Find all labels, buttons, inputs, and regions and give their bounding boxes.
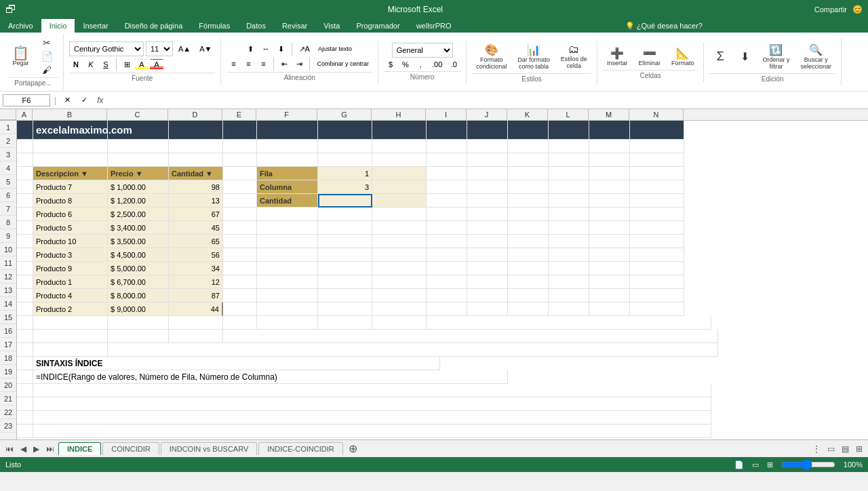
font-family-select[interactable]: Century Gothic (69, 41, 144, 56)
cell-D5[interactable]: 98 (169, 180, 223, 194)
cell-J7[interactable] (467, 208, 508, 221)
cell-A18[interactable] (17, 357, 33, 370)
cell-K10[interactable] (508, 248, 549, 262)
corner-cell[interactable] (0, 109, 16, 120)
cell-M2[interactable] (589, 140, 630, 153)
cell-styles-button[interactable]: 🗂 Estilos de celda (557, 41, 591, 71)
cell-I12[interactable] (427, 275, 467, 289)
cell-C4[interactable]: Precio ▼ (108, 167, 169, 180)
cell-K7[interactable] (508, 208, 549, 221)
cell-D13[interactable]: 87 (169, 289, 223, 302)
cell-L13[interactable] (549, 289, 589, 302)
cell-I9[interactable] (427, 235, 467, 248)
row-5[interactable]: 5 (0, 175, 16, 189)
cell-F1[interactable] (257, 121, 318, 140)
cell-G2[interactable] (318, 140, 372, 153)
cell-E9[interactable] (223, 235, 257, 248)
increase-decimal-button[interactable]: .0 (447, 59, 460, 70)
cell-G9[interactable] (318, 235, 372, 248)
cell-I1[interactable] (427, 121, 467, 140)
cell-C3[interactable] (108, 153, 169, 167)
cell-C13[interactable]: $ 8,000.00 (108, 289, 169, 302)
cell-B13[interactable]: Producto 4 (33, 289, 108, 302)
cell-A5[interactable] (17, 180, 33, 194)
indent-decrease-button[interactable]: ⇤ (277, 57, 291, 71)
row-20[interactable]: 20 (0, 378, 16, 392)
cell-D9[interactable]: 65 (169, 235, 223, 248)
cell-K6[interactable] (508, 194, 549, 208)
cell-M12[interactable] (589, 275, 630, 289)
cell-H4[interactable] (372, 167, 427, 180)
cell-C15[interactable] (108, 316, 169, 330)
col-A[interactable]: A (16, 109, 33, 120)
tab-archivo[interactable]: Archivo (0, 19, 41, 33)
cell-J10[interactable] (467, 248, 508, 262)
cell-H8[interactable] (372, 221, 427, 235)
cell-G1[interactable] (318, 121, 372, 140)
cell-D16[interactable] (169, 330, 223, 343)
cell-rest21[interactable] (33, 397, 711, 411)
row-23[interactable]: 23 (0, 419, 16, 433)
cell-G12[interactable] (318, 275, 372, 289)
cell-G4-fila-val[interactable]: 1 (318, 167, 372, 180)
cell-M3[interactable] (589, 153, 630, 167)
cell-L8[interactable] (549, 221, 589, 235)
decrease-decimal-button[interactable]: .00 (429, 59, 446, 70)
sort-filter-button[interactable]: 🔃 Ordenar y filtrar (758, 41, 793, 72)
cell-H13[interactable] (372, 289, 427, 302)
cell-N14[interactable] (630, 302, 684, 316)
cell-J11[interactable] (467, 262, 508, 275)
cell-I10[interactable] (427, 248, 467, 262)
currency-button[interactable]: $ (384, 59, 397, 70)
cancel-formula-btn[interactable]: ✕ (60, 94, 75, 106)
cell-A7[interactable] (17, 208, 33, 221)
cell-N1[interactable] (630, 121, 684, 140)
indent-increase-button[interactable]: ⇥ (292, 57, 306, 71)
tab-inicio[interactable]: Inicio (41, 19, 75, 33)
confirm-formula-btn[interactable]: ✓ (77, 94, 92, 106)
cell-G7[interactable] (318, 208, 372, 221)
cell-D11[interactable]: 34 (169, 262, 223, 275)
cell-B8[interactable]: Producto 5 (33, 221, 108, 235)
cell-A16[interactable] (17, 330, 33, 343)
layout-page-icon[interactable]: ⊞ (767, 460, 773, 469)
cell-M10[interactable] (589, 248, 630, 262)
cell-E3[interactable] (223, 153, 257, 167)
row-16[interactable]: 16 (0, 324, 16, 338)
formula-input[interactable] (108, 94, 865, 106)
cell-B14[interactable]: Producto 2 (33, 302, 108, 316)
cell-A15[interactable] (17, 316, 33, 330)
sheet-nav-last[interactable]: ⏭ (43, 443, 57, 455)
row-6[interactable]: 6 (0, 189, 16, 202)
cell-E6[interactable] (223, 194, 257, 208)
cell-I13[interactable] (427, 289, 467, 302)
row-22[interactable]: 22 (0, 406, 16, 419)
cell-F7[interactable] (257, 208, 318, 221)
cell-E2[interactable] (223, 140, 257, 153)
sheet-nav-next[interactable]: ▶ (31, 443, 42, 455)
cell-E11[interactable] (223, 262, 257, 275)
cell-A11[interactable] (17, 262, 33, 275)
cell-H15[interactable] (372, 316, 427, 330)
cell-H10[interactable] (372, 248, 427, 262)
cell-A13[interactable] (17, 289, 33, 302)
cell-J5[interactable] (467, 180, 508, 194)
row-19[interactable]: 19 (0, 365, 16, 378)
cell-L1[interactable] (549, 121, 589, 140)
cell-E8[interactable] (223, 221, 257, 235)
decrease-font-btn[interactable]: A▼ (196, 43, 215, 54)
cell-F12[interactable] (257, 275, 318, 289)
row-15[interactable]: 15 (0, 311, 16, 324)
row-7[interactable]: 7 (0, 202, 16, 216)
cell-A22[interactable] (17, 411, 33, 425)
font-color-button[interactable]: A (150, 59, 163, 70)
cell-F3[interactable] (257, 153, 318, 167)
cell-H3[interactable] (372, 153, 427, 167)
cell-L10[interactable] (549, 248, 589, 262)
cell-K14[interactable] (508, 302, 549, 316)
cell-H7[interactable] (372, 208, 427, 221)
cell-B18-syntax-title[interactable]: SINTAXIS ÍNDICE (33, 357, 440, 370)
cell-J13[interactable] (467, 289, 508, 302)
cell-F2[interactable] (257, 140, 318, 153)
cell-A3[interactable] (17, 153, 33, 167)
